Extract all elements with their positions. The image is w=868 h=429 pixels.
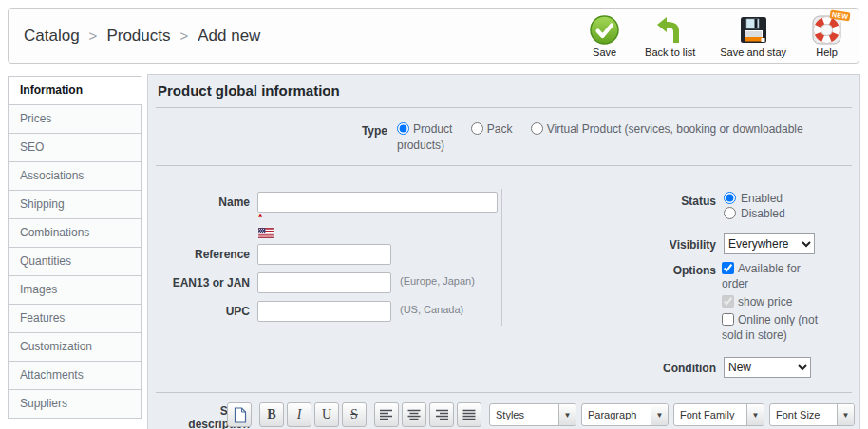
sidebar-item-customization[interactable]: Customization — [8, 332, 142, 362]
visibility-select[interactable]: Everywhere — [724, 233, 815, 254]
underline-icon: U — [322, 408, 331, 421]
ean13-label: EAN13 or JAN — [148, 276, 250, 289]
upc-input[interactable] — [257, 301, 391, 322]
upc-label: UPC — [148, 305, 250, 318]
align-justify-icon — [462, 409, 476, 420]
font-family-dropdown[interactable]: Font Family ▼ — [673, 403, 764, 426]
visibility-label: Visibility — [604, 238, 716, 252]
align-left-button[interactable] — [374, 402, 399, 427]
status-disabled-radio[interactable]: Disabled — [724, 207, 785, 220]
strikethrough-button[interactable]: S — [342, 402, 367, 427]
type-virtual-radio[interactable]: Virtual Product (services, booking or do… — [397, 122, 803, 152]
condition-label: Condition — [604, 362, 716, 375]
page-header: Catalog > Products > Add new Save — [8, 8, 859, 64]
save-and-stay-button[interactable]: Save and stay — [708, 14, 799, 58]
type-product-radio[interactable]: Product — [397, 122, 456, 136]
paragraph-dropdown[interactable]: Paragraph ▼ — [581, 403, 669, 426]
type-label: Type — [148, 124, 387, 138]
show-price-checkbox: show price — [722, 294, 819, 309]
status-disabled-label: Disabled — [741, 207, 785, 220]
sidebar-item-information[interactable]: Information — [8, 76, 142, 105]
reference-input[interactable] — [257, 244, 391, 265]
type-radio-group: Product Pack Virtual Product (services, … — [397, 121, 813, 154]
save-check-icon — [589, 14, 620, 46]
font-size-dropdown[interactable]: Font Size ▼ — [769, 403, 855, 426]
align-center-icon — [407, 409, 421, 420]
status-enabled-label: Enabled — [741, 192, 783, 205]
condition-select[interactable]: New — [724, 357, 811, 378]
paragraph-dropdown-value: Paragraph — [582, 404, 642, 425]
rich-text-editor-toolbar: B I U S — [227, 402, 859, 427]
back-to-list-button[interactable]: Back to list — [632, 14, 708, 58]
chevron-down-icon: ▼ — [651, 404, 668, 425]
show-price-label: show price — [738, 295, 792, 308]
product-tabs-sidebar: Information Prices SEO Associations Ship… — [8, 77, 142, 419]
bold-button[interactable]: B — [259, 402, 284, 427]
available-for-order-checkbox-input[interactable] — [722, 262, 734, 274]
ean13-input[interactable] — [257, 272, 391, 293]
status-disabled-radio-input[interactable] — [724, 207, 736, 219]
styles-dropdown[interactable]: Styles ▼ — [489, 403, 576, 426]
chevron-down-icon: ▼ — [746, 404, 764, 425]
type-virtual-label: Virtual Product (services, booking or do… — [397, 122, 803, 152]
breadcrumb: Catalog > Products > Add new — [24, 9, 260, 63]
new-document-icon — [233, 407, 247, 423]
editor-group-align — [374, 402, 481, 427]
new-document-button[interactable] — [227, 402, 252, 427]
status-enabled-radio[interactable]: Enabled — [724, 192, 785, 205]
save-button[interactable]: Save — [576, 14, 632, 58]
name-input[interactable] — [257, 192, 498, 213]
align-right-button[interactable] — [429, 402, 454, 427]
chevron-down-icon: ▼ — [837, 404, 854, 425]
online-only-label: Online only (not sold in store) — [722, 313, 818, 342]
align-center-button[interactable] — [402, 402, 426, 427]
lifebuoy-icon: NEW — [811, 14, 842, 46]
sidebar-item-suppliers[interactable]: Suppliers — [8, 389, 142, 419]
italic-icon: I — [297, 408, 302, 421]
align-left-icon — [380, 409, 393, 420]
underline-button[interactable]: U — [314, 402, 339, 427]
sidebar-item-seo[interactable]: SEO — [8, 133, 142, 162]
sidebar-item-prices[interactable]: Prices — [8, 104, 142, 134]
sidebar-item-images[interactable]: Images — [8, 275, 142, 305]
panel-title: Product global information — [158, 83, 340, 99]
type-product-radio-input[interactable] — [397, 122, 409, 135]
help-label: Help — [816, 47, 838, 58]
us-flag-icon[interactable] — [258, 225, 274, 242]
strikethrough-icon: S — [350, 408, 358, 421]
options-checkbox-group: Available for order show price Online on… — [722, 261, 819, 345]
sidebar-item-associations[interactable]: Associations — [8, 161, 142, 191]
options-label: Options — [604, 264, 716, 277]
back-to-list-label: Back to list — [645, 47, 695, 58]
breadcrumb-products[interactable]: Products — [106, 27, 170, 46]
sidebar-item-attachments[interactable]: Attachments — [8, 361, 142, 390]
sidebar-item-quantities[interactable]: Quantities — [8, 247, 142, 276]
header-toolbar: Save Back to list — [576, 14, 855, 58]
back-arrow-icon — [654, 14, 686, 46]
sidebar-item-combinations[interactable]: Combinations — [8, 218, 142, 248]
floppy-disk-icon — [738, 14, 769, 46]
available-for-order-checkbox[interactable]: Available for order — [722, 261, 819, 291]
divider — [156, 165, 852, 166]
online-only-checkbox[interactable]: Online only (not sold in store) — [722, 312, 819, 343]
information-panel: Product global information Type Product … — [147, 74, 860, 429]
breadcrumb-separator: > — [179, 28, 188, 44]
italic-button[interactable]: I — [287, 402, 311, 427]
breadcrumb-add-new: Add new — [198, 27, 260, 46]
type-pack-label: Pack — [487, 122, 513, 136]
editor-group-document — [227, 402, 252, 427]
add-product-page: Catalog > Products > Add new Save — [0, 0, 868, 429]
font-size-dropdown-value: Font Size — [770, 404, 825, 425]
type-virtual-radio-input[interactable] — [531, 122, 543, 135]
type-pack-radio[interactable]: Pack — [471, 122, 516, 136]
status-enabled-radio-input[interactable] — [724, 192, 736, 204]
help-button[interactable]: NEW Help — [799, 14, 855, 58]
breadcrumb-catalog[interactable]: Catalog — [24, 27, 80, 46]
online-only-checkbox-input[interactable] — [722, 313, 734, 326]
upc-hint: (US, Canada) — [400, 304, 463, 315]
align-justify-button[interactable] — [457, 402, 481, 427]
name-label: Name — [148, 196, 250, 209]
type-pack-radio-input[interactable] — [471, 122, 483, 135]
sidebar-item-shipping[interactable]: Shipping — [8, 190, 142, 219]
sidebar-item-features[interactable]: Features — [8, 304, 142, 333]
